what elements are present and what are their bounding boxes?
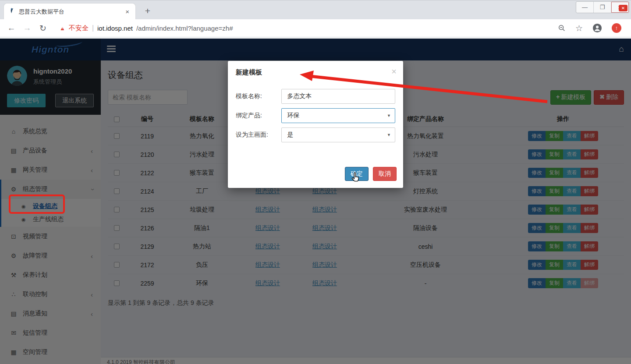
cancel-button[interactable]: 取消 (373, 167, 397, 181)
browser-toolbar: ← → ↻ ▲! 不安全 | iot.idosp.net/admin/index… (0, 19, 631, 38)
zoom-out-icon[interactable] (558, 24, 566, 32)
field-main-screen: 设为主画面: 是 ▼ (236, 127, 395, 142)
modal-body: 模板名称: 绑定产品: 环保 ▼ 设为主画面: 是 ▼ (228, 81, 403, 142)
tab-strip: 思普云大数据平台 × + — ❐ ✕ ✕ (0, 0, 631, 19)
address-bar[interactable]: ▲! 不安全 | iot.idosp.net/admin/index.html?… (60, 24, 556, 32)
modal-header: 新建模板 × (228, 61, 403, 81)
tab-title: 思普云大数据平台 (19, 8, 120, 16)
bookmark-star-icon[interactable]: ☆ (575, 23, 583, 33)
security-warning-label: 不安全 (69, 24, 89, 32)
bind-product-label: 绑定产品: (236, 112, 281, 120)
bind-product-select[interactable]: 环保 (281, 108, 395, 123)
caret-down-icon: ▼ (387, 113, 391, 118)
modal-close-icon[interactable]: × (391, 67, 397, 77)
main-screen-label: 设为主画面: (236, 131, 281, 139)
back-button[interactable]: ← (4, 23, 18, 33)
minimize-button[interactable]: — (576, 2, 594, 13)
modal-footer: 确定 取消 (345, 167, 397, 181)
forward-button[interactable]: → (20, 23, 34, 33)
browser-chrome: 思普云大数据平台 × + — ❐ ✕ ✕ ← → ↻ ▲! 不安全 | iot.… (0, 0, 631, 39)
restore-button[interactable]: ❐ (594, 2, 611, 13)
new-tab-button[interactable]: + (141, 5, 154, 18)
confirm-button[interactable]: 确定 (345, 167, 369, 181)
caret-down-icon: ▼ (387, 133, 391, 137)
favicon (8, 7, 15, 16)
template-name-input[interactable] (281, 89, 395, 104)
main-screen-select[interactable]: 是 (281, 127, 395, 142)
profile-avatar-icon[interactable] (592, 23, 602, 33)
screen: 思普云大数据平台 × + — ❐ ✕ ✕ ← → ↻ ▲! 不安全 | iot.… (0, 0, 631, 364)
reload-button[interactable]: ↻ (36, 23, 50, 33)
new-template-modal: 新建模板 × 模板名称: 绑定产品: 环保 ▼ 设为主画面: (228, 61, 403, 188)
tab-close-icon[interactable]: × (124, 8, 131, 15)
browser-tab[interactable]: 思普云大数据平台 × (4, 3, 136, 20)
close-badge-icon: ✕ (619, 5, 627, 11)
field-template-name: 模板名称: (236, 89, 395, 104)
url-separator: | (92, 24, 94, 32)
url-path: /admin/index.html?language=zh# (136, 25, 233, 32)
template-name-label: 模板名称: (236, 92, 281, 100)
url-host: iot.idosp.net (97, 25, 133, 32)
modal-title: 新建模板 (236, 68, 262, 76)
window-controls: — ❐ ✕ ✕ (576, 1, 629, 13)
browser-update-icon[interactable]: ↑ (612, 23, 621, 33)
field-bind-product: 绑定产品: 环保 ▼ (236, 108, 395, 123)
toolbar-icons: ☆ ↑ (558, 23, 621, 33)
security-warning-icon: ▲! (60, 25, 65, 32)
close-button[interactable]: ✕ ✕ (611, 2, 629, 13)
app-viewport: ⌂ Hignton hignton2020 系统管理员 修改密码 退出系统 ⌂系… (0, 39, 631, 364)
